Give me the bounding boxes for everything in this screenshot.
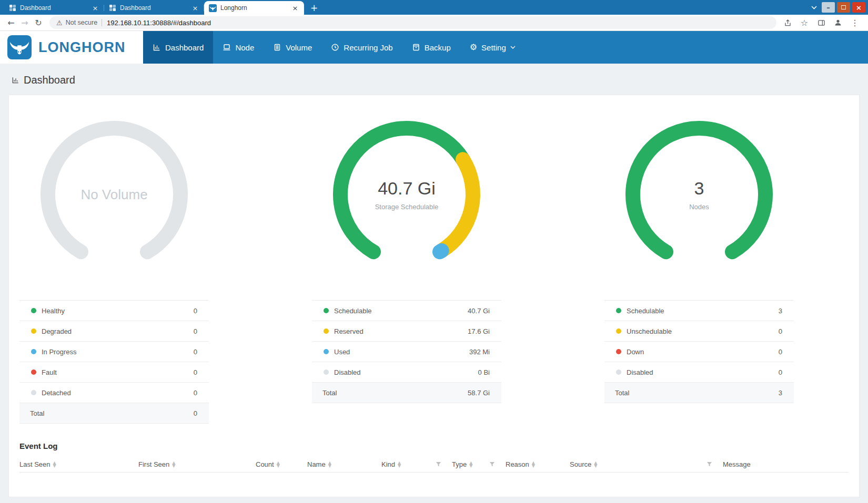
column-header-reason[interactable]: Reason ▲ ▼ (506, 460, 570, 468)
longhorn-bull-icon (7, 35, 32, 59)
legend-label: Schedulable (627, 307, 664, 315)
total-value: 58.7 Gi (468, 389, 490, 397)
browser-menu-icon[interactable]: ⋮ (848, 16, 862, 29)
window-maximize-button[interactable] (837, 2, 850, 13)
main-nav: Dashboard Node Volume Recurring Job Back… (143, 31, 525, 64)
sort-icon[interactable]: ▲ ▼ (328, 461, 331, 468)
column-header-source[interactable]: Source ▲ ▼ (570, 460, 723, 468)
legend-dot (616, 308, 621, 313)
tab-dashboard-2[interactable]: Dashboard × (104, 1, 204, 15)
sort-icon[interactable]: ▲ ▼ (172, 461, 175, 468)
url-omnibox[interactable]: ⚠ Not secure 192.168.10.11:30888/#/dashb… (49, 16, 776, 29)
column-header-name[interactable]: Name ▲ ▼ (307, 460, 381, 468)
nav-item-backup[interactable]: Backup (402, 31, 460, 64)
legend-total-row: Total 3 (604, 383, 794, 403)
tab-favicon (109, 4, 116, 12)
volume-donut-chart (33, 113, 196, 276)
filter-icon[interactable] (706, 461, 712, 467)
legend-dot (616, 369, 621, 375)
legend-dot (31, 349, 36, 354)
caret-down-icon: ▼ (594, 465, 597, 468)
legend-value: 0 (779, 348, 782, 356)
event-log-section: Event Log Last Seen ▲ ▼ First Seen ▲ ▼ C… (19, 442, 849, 484)
sort-icon[interactable]: ▲ ▼ (532, 461, 535, 468)
security-label[interactable]: Not secure (66, 19, 97, 26)
volume-gauge-block: No Volume Healthy 0 Degraded 0 In Progre… (19, 113, 209, 424)
legend-value: 0 (194, 307, 197, 315)
nav-item-dashboard[interactable]: Dashboard (143, 31, 213, 64)
legend-dot (324, 308, 329, 313)
sort-icon[interactable]: ▲ ▼ (469, 461, 472, 468)
forward-button[interactable]: → (18, 16, 32, 29)
legend-value: 0 (194, 368, 197, 376)
column-header-type[interactable]: Type ▲ ▼ (452, 460, 506, 468)
tab-close-icon[interactable]: × (291, 4, 299, 12)
legend-dot (616, 349, 621, 354)
legend-label: Fault (42, 368, 57, 376)
legend-total-row: Total 0 (19, 403, 209, 424)
legend-dot (31, 308, 36, 313)
tab-search-chevron-icon[interactable] (808, 2, 820, 13)
event-log-header: Last Seen ▲ ▼ First Seen ▲ ▼ Count ▲ ▼ (19, 457, 849, 473)
legend-row: Healthy 0 (19, 301, 209, 321)
window-controls: – × (808, 0, 865, 15)
column-header-first-seen[interactable]: First Seen ▲ ▼ (138, 460, 256, 468)
legend-dot (31, 369, 36, 375)
sort-icon[interactable]: ▲ ▼ (594, 461, 597, 468)
tab-close-icon[interactable]: × (91, 4, 99, 12)
column-header-kind[interactable]: Kind ▲ ▼ (381, 460, 452, 468)
filter-icon[interactable] (489, 461, 495, 467)
back-button[interactable]: ← (4, 16, 18, 29)
tab-close-icon[interactable]: × (191, 4, 199, 12)
omnibox-divider (102, 19, 102, 26)
profile-avatar-icon[interactable] (831, 16, 845, 29)
sort-icon[interactable]: ▲ ▼ (398, 461, 401, 468)
column-label: Message (723, 460, 751, 468)
nav-item-volume[interactable]: Volume (264, 31, 321, 64)
legend-value: 0 (194, 389, 197, 397)
legend-label: Unschedulable (627, 327, 672, 335)
sort-icon[interactable]: ▲ ▼ (53, 461, 56, 468)
column-label: Name (307, 460, 326, 468)
total-label: Total (615, 389, 629, 397)
tab-longhorn[interactable]: Longhorn × (204, 1, 304, 15)
bookmark-star-icon[interactable]: ☆ (798, 16, 811, 29)
nav-label: Volume (286, 43, 312, 52)
column-header-message[interactable]: Message (723, 460, 849, 468)
nav-item-node[interactable]: Node (213, 31, 264, 64)
tab-dashboard-1[interactable]: Dashboard × (4, 1, 104, 15)
column-label: Source (570, 460, 591, 468)
filter-icon[interactable] (436, 461, 441, 467)
legend-label: Disabled (334, 368, 361, 376)
window-close-button[interactable]: × (852, 2, 865, 13)
legend-dot (324, 329, 329, 334)
legend-label: In Progress (42, 348, 76, 356)
sort-icon[interactable]: ▲ ▼ (277, 461, 280, 468)
column-header-count[interactable]: Count ▲ ▼ (256, 460, 307, 468)
legend-row: In Progress 0 (19, 342, 209, 362)
legend-value: 40.7 Gi (468, 307, 490, 315)
legend-row: Detached 0 (19, 383, 209, 403)
gear-icon: ⚙ (470, 43, 477, 52)
legend-value: 0 (194, 327, 197, 335)
dashboard-card: No Volume Healthy 0 Degraded 0 In Progre… (8, 95, 860, 497)
longhorn-logo[interactable]: LONGHORN (0, 31, 143, 64)
new-tab-button[interactable]: + (307, 2, 321, 14)
share-icon[interactable] (781, 16, 794, 29)
legend-row: Fault 0 (19, 362, 209, 383)
nav-item-setting[interactable]: ⚙ Setting (460, 31, 525, 64)
storage-donut-chart (325, 113, 488, 276)
legend-label: Disabled (627, 368, 653, 376)
node-icon (223, 43, 231, 52)
nav-item-recurring-job[interactable]: Recurring Job (321, 31, 402, 64)
legend-label: Used (334, 348, 350, 356)
window-minimize-button[interactable]: – (822, 2, 835, 13)
node-legend-table: Schedulable 3 Unschedulable 0 Down 0 Dis… (604, 300, 794, 403)
reload-button[interactable]: ↻ (32, 16, 45, 29)
side-panel-icon[interactable] (814, 16, 828, 29)
tab-title: Longhorn (220, 4, 287, 12)
column-header-last-seen[interactable]: Last Seen ▲ ▼ (19, 460, 138, 468)
legend-row: Down 0 (604, 342, 794, 362)
legend-dot (616, 329, 621, 334)
legend-value: 17.6 Gi (468, 327, 490, 335)
